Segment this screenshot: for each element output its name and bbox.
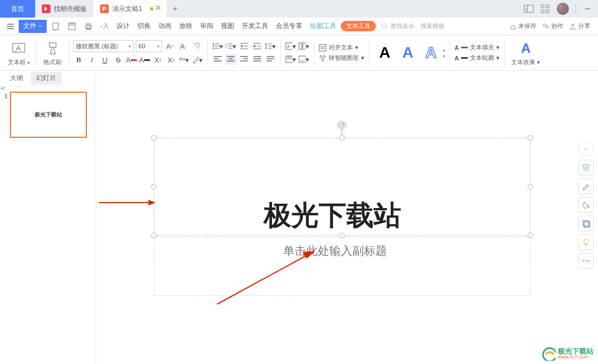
handle-e[interactable] (528, 184, 533, 189)
eyedropper-icon[interactable]: ▾ (192, 54, 203, 65)
annotation-arrow-2 (214, 247, 319, 307)
presentation-icon: P (100, 4, 109, 13)
change-case-button[interactable]: ᴬᵃ▾ (179, 54, 190, 65)
menu-member[interactable]: 会员专享 (273, 20, 306, 33)
clear-format-icon[interactable] (191, 41, 202, 52)
bucket-icon[interactable] (578, 197, 594, 212)
new-doc-icon[interactable] (48, 20, 63, 33)
format-painter-group[interactable]: 格式刷 (41, 40, 64, 66)
italic-button[interactable]: I (86, 54, 97, 65)
bullets-button[interactable]: ▾ (212, 41, 223, 52)
strikethrough-button[interactable]: S (113, 54, 124, 65)
tab-home[interactable]: 首页 (0, 0, 35, 18)
wordart-style-2[interactable]: A (397, 42, 419, 64)
menu-text-tools[interactable]: 文本工具 (341, 21, 376, 31)
handle-w[interactable] (151, 184, 157, 189)
align-left-icon[interactable] (212, 54, 223, 65)
menu-draw-tools[interactable]: 绘图工具 (307, 20, 340, 33)
search-icon (381, 23, 388, 30)
minimize-icon[interactable] (583, 4, 593, 14)
insert-menu[interactable]: ‹入 (97, 20, 112, 33)
font-color-button[interactable]: A (126, 54, 137, 65)
save-icon[interactable] (64, 20, 80, 33)
tab-document[interactable]: P 演示文稿1 (93, 0, 167, 18)
file-menu[interactable]: 文件 (19, 20, 47, 33)
align-text-button[interactable]: 对齐文本 ▾ (319, 43, 364, 52)
layers-icon[interactable] (578, 160, 594, 175)
handle-nw[interactable] (151, 135, 157, 141)
wordart-style-1[interactable]: A (374, 42, 396, 64)
crop-icon[interactable] (578, 216, 594, 231)
menu-transition[interactable]: 切换 (134, 20, 154, 33)
text-effect-group[interactable]: A 文本效果 ▾ (509, 40, 542, 66)
menu-slideshow[interactable]: 放映 (176, 20, 196, 33)
tab-docker-templates[interactable]: 找稻壳模板 (35, 0, 93, 18)
tab-slides[interactable]: 幻灯片 (31, 72, 62, 85)
textbox-group[interactable]: A 文本框 ▾ (5, 40, 32, 66)
share-button[interactable]: 分享 (569, 22, 590, 30)
align-justify-icon[interactable] (252, 54, 263, 65)
indent-increase-icon[interactable] (252, 41, 263, 52)
subscript-button[interactable]: X2 (165, 54, 176, 65)
slide-canvas[interactable]: 极光下载站 单击此处输入副标题 − (96, 71, 598, 364)
increase-size-icon[interactable]: A+ (164, 41, 175, 52)
close-icon[interactable] (156, 5, 163, 13)
collapse-handle-icon[interactable]: ≪ (0, 85, 5, 91)
tab-outline[interactable]: 大纲 (4, 72, 29, 85)
print-icon[interactable] (81, 20, 96, 33)
wordart-style-3[interactable]: A (420, 42, 442, 64)
align-right-icon[interactable] (239, 54, 250, 65)
app-menu-button[interactable] (3, 20, 18, 33)
add-tab-button[interactable]: + (167, 0, 184, 18)
avatar[interactable] (557, 3, 569, 15)
decrease-size-icon[interactable]: A- (178, 41, 189, 52)
menu-animation[interactable]: 动画 (155, 20, 175, 33)
search-placeholder: 查找命令、搜索模板 (390, 22, 445, 30)
wordart-scroll-down[interactable]: ▾ (443, 54, 445, 59)
window-layout-icon[interactable]: 1 (524, 4, 534, 14)
align-center-icon[interactable] (225, 54, 236, 65)
svg-point-18 (546, 26, 549, 28)
handle-n[interactable] (339, 135, 345, 141)
indent-decrease-icon[interactable] (239, 41, 250, 52)
rotate-handle-icon[interactable] (337, 121, 346, 130)
coop-icon (542, 23, 550, 30)
font-size-value: 60 (139, 43, 145, 49)
line-spacing-icon[interactable]: ▾ (265, 41, 276, 52)
wordart-scroll-up[interactable]: ▴ (443, 47, 445, 52)
rotate-text-icon[interactable]: ▾ (298, 54, 309, 65)
vertical-align-icon[interactable]: ▾ (285, 54, 296, 65)
svg-rect-6 (541, 5, 544, 8)
align-distribute-icon[interactable] (265, 54, 276, 65)
columns-icon[interactable]: ▾ (298, 41, 309, 52)
handle-ne[interactable] (528, 135, 533, 141)
font-size-combo[interactable]: 60 ▾ (136, 40, 162, 52)
bold-button[interactable]: B (73, 54, 84, 65)
slide-thumb-1[interactable]: 1 极光下载站 (4, 92, 91, 138)
smart-graphic-button[interactable]: 转智能图形 ▾ (319, 54, 364, 62)
text-outline-button[interactable]: A 文本轮廓 ▾ (455, 54, 500, 62)
coop-button[interactable]: 协作 (542, 22, 563, 30)
menu-view[interactable]: 视图 (218, 20, 237, 33)
pen-icon[interactable] (578, 178, 594, 194)
idea-icon[interactable] (578, 234, 594, 250)
highlight-button[interactable]: A (139, 54, 150, 65)
text-direction-icon[interactable]: A▾ (285, 41, 296, 52)
collapse-button[interactable]: − (578, 141, 594, 156)
menu-review[interactable]: 审阅 (197, 20, 217, 33)
text-fill-button[interactable]: A 文本填充 ▾ (455, 43, 500, 52)
watermark-logo-icon (541, 346, 556, 361)
superscript-button[interactable]: X2 (152, 54, 163, 65)
underline-button[interactable]: U (99, 54, 110, 65)
unsaved-indicator[interactable]: 未保存 (509, 22, 536, 30)
command-search[interactable]: 查找命令、搜索模板 (381, 22, 445, 30)
menu-devtools[interactable]: 开发工具 (239, 20, 272, 33)
share-label: 分享 (578, 22, 590, 30)
separator (369, 39, 369, 66)
font-name-combo[interactable]: 微软雅黑 (标题) ▾ (73, 40, 134, 52)
menu-design[interactable]: 设计 (113, 20, 133, 33)
more-icon[interactable] (578, 253, 594, 268)
numbering-button[interactable]: 12▾ (225, 41, 236, 52)
apps-grid-icon[interactable] (540, 4, 550, 14)
slide-title[interactable]: 极光下载站 (264, 197, 401, 234)
